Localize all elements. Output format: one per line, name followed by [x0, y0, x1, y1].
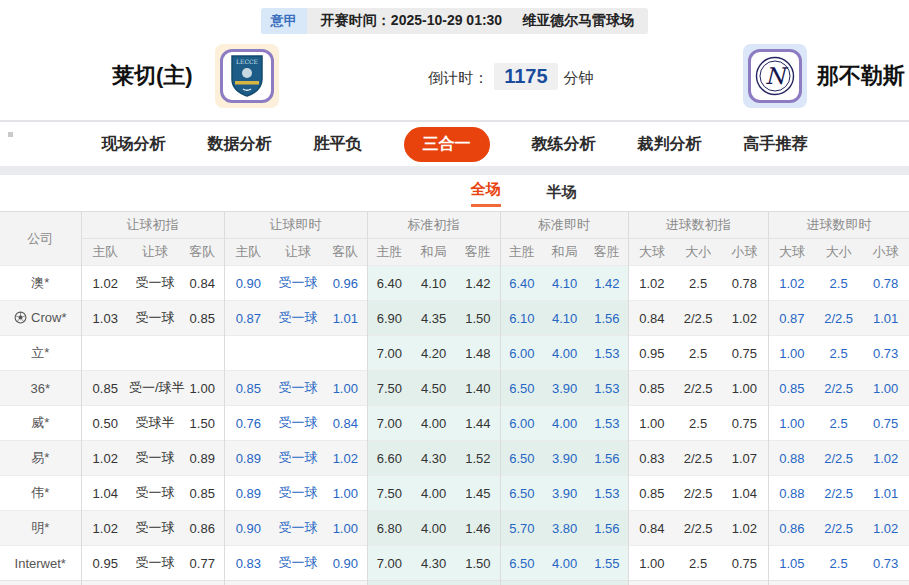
company-cell[interactable]: Crow*	[0, 301, 81, 336]
countdown-label: 倒计时：	[428, 69, 488, 86]
odds-cell: 1.44	[456, 406, 500, 441]
odds-cell: 0.95	[81, 546, 129, 581]
odds-cell: 受一球	[272, 301, 324, 336]
odds-cell	[721, 581, 768, 585]
odds-cell	[324, 336, 367, 371]
odds-cell: 0.86	[181, 511, 224, 546]
odds-cell: 受一球	[129, 546, 181, 581]
napoli-crest-icon: N	[748, 49, 802, 103]
col-group-header-3: 标准即时	[500, 212, 628, 239]
nav-tab-1[interactable]: 数据分析	[208, 134, 272, 155]
odds-cell: 7.50	[367, 371, 411, 406]
odds-cell: 1.02	[721, 301, 768, 336]
odds-cell: 1.00	[721, 371, 768, 406]
nav-tab-0[interactable]: 现场分析	[102, 134, 166, 155]
odds-cell	[224, 581, 272, 585]
col-group-header-5: 进球数即时	[768, 212, 909, 239]
odds-cell: 1.01	[324, 301, 367, 336]
company-cell[interactable]: 立*	[0, 336, 81, 371]
sub-tab-0[interactable]: 全场	[471, 180, 501, 207]
col-sub-header-4-1: 大小	[675, 239, 721, 266]
odds-cell: 0.77	[181, 546, 224, 581]
odds-table: 公司让球初指让球即时标准初指标准即时进球数初指进球数即时主队让球客队主队让球客队…	[0, 211, 909, 585]
odds-cell: 0.83	[628, 441, 675, 476]
col-sub-header-2-0: 主胜	[367, 239, 411, 266]
odds-cell	[543, 581, 586, 585]
odds-cell: 0.85	[181, 301, 224, 336]
odds-cell: 1.03	[81, 301, 129, 336]
odds-cell: 受一球	[129, 266, 181, 301]
odds-cell: 0.75	[721, 336, 768, 371]
col-sub-header-0-2: 客队	[181, 239, 224, 266]
league-badge: 意甲	[261, 8, 307, 34]
odds-cell: 4.20	[411, 336, 456, 371]
company-cell[interactable]: Interwet*	[0, 546, 81, 581]
odds-cell: 0.90	[324, 546, 367, 581]
odds-row-6: 伟*1.04受一球0.850.89受一球1.007.504.001.456.50…	[0, 476, 909, 511]
odds-cell: 6.40	[500, 266, 543, 301]
odds-cell: 1.00	[628, 546, 675, 581]
odds-cell: 1.00	[628, 406, 675, 441]
odds-cell: 4.00	[543, 406, 586, 441]
col-sub-header-5-0: 大球	[768, 239, 815, 266]
odds-cell: 2.5	[815, 266, 862, 301]
odds-cell: 6.00	[500, 336, 543, 371]
odds-cell: 2.5	[675, 266, 721, 301]
odds-cell: 0.89	[181, 441, 224, 476]
nav-tab-3[interactable]: 三合一	[404, 127, 490, 162]
odds-cell: 6.60	[367, 441, 411, 476]
odds-cell: 1.45	[456, 476, 500, 511]
start-time: 开赛时间：2025-10-29 01:30	[307, 12, 512, 30]
odds-cell: 0.84	[628, 511, 675, 546]
company-cell[interactable]: 澳*	[0, 266, 81, 301]
nav-tab-6[interactable]: 高手推荐	[744, 134, 808, 155]
odds-cell: 4.35	[411, 301, 456, 336]
odds-cell: 1.00	[324, 476, 367, 511]
odds-cell: 1.00	[768, 336, 815, 371]
odds-cell: 2.5	[815, 546, 862, 581]
odds-cell: 1.05	[768, 546, 815, 581]
odds-cell: 受球半	[129, 406, 181, 441]
odds-cell: 4.10	[543, 301, 586, 336]
company-cell[interactable]: 明*	[0, 511, 81, 546]
company-cell[interactable]: 伟*	[0, 476, 81, 511]
col-sub-header-2-1: 和局	[411, 239, 456, 266]
odds-cell: 1.56	[586, 301, 628, 336]
odds-cell: 0.95	[628, 336, 675, 371]
odds-cell: 1.01	[862, 301, 909, 336]
odds-cell: 1.00	[768, 406, 815, 441]
odds-cell: 受一球	[272, 406, 324, 441]
odds-cell: 0.88	[768, 441, 815, 476]
nav-tab-4[interactable]: 教练分析	[532, 134, 596, 155]
odds-cell: 1.46	[456, 511, 500, 546]
odds-cell: 2.5	[815, 336, 862, 371]
company-cell[interactable]: 易*	[0, 441, 81, 476]
odds-cell: 0.90	[224, 266, 272, 301]
company-name: 36*	[30, 381, 50, 396]
odds-cell: 1.53	[586, 476, 628, 511]
home-team-badge: LECCE	[215, 44, 279, 108]
col-sub-header-3-1: 和局	[543, 239, 586, 266]
odds-cell	[628, 581, 675, 585]
odds-cell: 4.00	[411, 511, 456, 546]
nav-tabs: 现场分析数据分析胜平负三合一教练分析裁判分析高手推荐	[0, 122, 909, 166]
odds-cell: 2/2.5	[675, 511, 721, 546]
odds-cell: 1.48	[456, 336, 500, 371]
company-cell[interactable]: 36*	[0, 371, 81, 406]
company-name: 威*	[31, 415, 49, 430]
col-sub-header-4-0: 大球	[628, 239, 675, 266]
company-name: 伟*	[31, 485, 49, 500]
odds-cell: 6.00	[500, 406, 543, 441]
odds-cell: 6.40	[367, 266, 411, 301]
odds-cell: 6.90	[367, 301, 411, 336]
nav-tab-2[interactable]: 胜平负	[314, 134, 362, 155]
odds-cell	[81, 336, 129, 371]
odds-cell	[815, 581, 862, 585]
odds-cell: 2/2.5	[675, 441, 721, 476]
sub-tab-1[interactable]: 半场	[547, 183, 577, 207]
nav-tab-5[interactable]: 裁判分析	[638, 134, 702, 155]
odds-cell	[456, 581, 500, 585]
col-sub-header-1-2: 客队	[324, 239, 367, 266]
odds-cell: 6.50	[500, 476, 543, 511]
company-cell[interactable]: 威*	[0, 406, 81, 441]
